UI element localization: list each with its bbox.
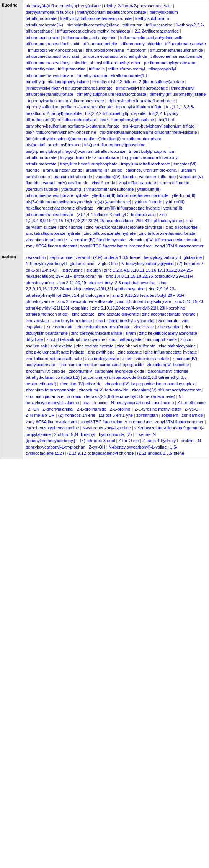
compound-item[interactable]: zinc borate [158, 318, 178, 323]
compound-item[interactable]: N-benzyloxycarbonyl-L-isoleucine [111, 400, 174, 405]
compound-item[interactable]: carbobenzoxyphenylalamine [26, 426, 79, 430]
compound-link[interactable]: trifluoromethanesulfonic acid [26, 54, 79, 59]
compound-link[interactable]: triethyloxonium hexafluorophosphate [77, 10, 146, 15]
compound-item[interactable]: zirconium(IV) isopropoxide isopropanol c… [105, 382, 194, 386]
compound-link[interactable]: zephiramine [49, 255, 72, 260]
compound-link[interactable]: N-benzyloxycarbonyl-L-glutamic acid [26, 261, 95, 266]
compound-link[interactable]: vanadium trifluoride [139, 174, 176, 179]
compound-item[interactable]: zinc citrate [134, 324, 154, 329]
compound-item[interactable]: uranium(III) fluoride [86, 168, 122, 172]
compound-item[interactable]: zinc phthalocyanine [159, 344, 196, 348]
compound-link[interactable]: zirconium(IV) carbonate hydroxide oxide [69, 369, 144, 373]
compound-item[interactable]: zinc tetrafluoroborate hydrate [26, 231, 80, 236]
compound-item[interactable]: trifluoromethanesulfonic anhydride [83, 54, 147, 59]
compound-item[interactable]: yttrium fluoride [134, 200, 162, 204]
compound-item[interactable]: zinc 3,5-di-tert-butylsalicylate [117, 299, 171, 304]
compound-link[interactable]: ytterbium(III) trifluoromethanesulfonimi… [92, 193, 168, 198]
compound-link[interactable]: trifluoroacetonitrile [83, 41, 117, 46]
compound-link[interactable]: (Z)-oct-5-en-1-yne [99, 413, 133, 418]
compound-link[interactable]: zinc beryllium silicate [52, 318, 92, 323]
compound-item[interactable]: trifluoroacetic acid anhydride [63, 35, 117, 40]
compound-item[interactable]: zirconium(IV) carbonate hydroxide oxide [69, 369, 144, 373]
compound-item[interactable]: Z-his-OH [42, 268, 59, 272]
compound-link[interactable]: trimethylsulphonium tetrafluoroborate [77, 92, 146, 97]
compound-link[interactable]: tris(2,2,2-trifluoroethyl)phosphite [85, 111, 145, 116]
compound-link[interactable]: N-benzyloxycarbonylglycine [121, 261, 173, 266]
compound-link[interactable]: zinc acetate [72, 312, 95, 316]
compound-item[interactable]: zinc diethyldithiocarbamate [71, 331, 122, 336]
compound-item[interactable]: zirconium(IV) fluoride hydrate [70, 237, 126, 242]
compound-item[interactable]: benzyloxycarbonyl-L-glutamine [144, 255, 202, 260]
compound-link[interactable]: zonisamide [181, 413, 203, 418]
compound-item[interactable]: Z-trans-4-hydroxy-L-prolinol [142, 438, 194, 443]
compound-item[interactable]: tris(dimethylaminosulfonium) difluorotri… [100, 130, 197, 134]
compound-item[interactable]: vanadium(V) oxyfluoride [43, 180, 88, 185]
compound-link[interactable]: N-benzyloxycarbonyl-L-isoleucine [111, 400, 174, 405]
compound-link[interactable]: fluoroform [127, 48, 147, 52]
compound-item[interactable]: zinc pyrithione [88, 350, 114, 354]
compound-item[interactable]: zinc beryllium silicate [52, 318, 92, 323]
compound-link[interactable]: zirconium(IV) trifluoroacetylacetonate [129, 237, 199, 242]
compound-link[interactable]: Z-L-prolinol [110, 407, 131, 411]
compound-link[interactable]: zirconium acetate [136, 356, 169, 361]
compound-item[interactable]: zirconium(IV) trifluoroacetylacetonate [129, 237, 199, 242]
compound-item[interactable]: [tris(dimethylphosphine)(norbornadiene)]… [26, 136, 161, 141]
compound-link[interactable]: tropylium hexafluorophosphate [60, 162, 118, 166]
compound-link[interactable]: zinc undecylenate [85, 356, 119, 361]
compound-item[interactable]: Z-L-prolinol [110, 407, 131, 411]
compound-link[interactable]: (Z,E)-undeca-1,3,5-triene [93, 255, 140, 260]
compound-item[interactable]: zinc hexafluoroacetylacetonate dihydrate [86, 225, 162, 229]
compound-item[interactable]: zinc stearate [118, 350, 142, 354]
compound-item[interactable]: trifluorodiphenylphosphorane [28, 48, 82, 52]
compound-item[interactable]: zinc fluoride [60, 225, 83, 229]
compound-item[interactable]: (Z)-4,4,4-trifluoro-3-methyl-2-butenoic … [77, 212, 156, 217]
compound-link[interactable]: Z-phenylalaninal [42, 407, 73, 411]
compound-link[interactable]: tris(triphenylphosphinegold)oxonium tetr… [26, 149, 125, 154]
compound-link[interactable]: vinyl fluoride [92, 180, 115, 185]
compound-link[interactable]: trifluoromethanesulfonimide [150, 54, 202, 59]
compound-item[interactable]: zinc trifluoromethanesulfonate [26, 356, 82, 361]
compound-link[interactable]: zinc tetrafluoroborate hydrate [26, 231, 80, 236]
compound-item[interactable]: zileuton [86, 268, 101, 272]
compound-link[interactable]: zeaxanthin [26, 255, 46, 260]
compound-link[interactable]: trifluoroborate acetate [165, 41, 206, 46]
compound-item[interactable]: zirconium tetrafluoride [26, 237, 67, 242]
compound-link[interactable]: tris(dimethylaminosulfonium) difluorotri… [100, 130, 197, 134]
compound-item[interactable]: zonyl®TM fluoromonomer [155, 244, 204, 248]
compound-item[interactable]: perfluoromethylcyclohexane [144, 61, 196, 65]
compound-item[interactable]: tris(triphenylphosphinegold)oxonium tetr… [26, 149, 125, 154]
compound-item[interactable]: (Z)-oct-5-en-1-yne [99, 413, 133, 418]
compound-item[interactable]: tris(4-fluorophenyl)phosphine [100, 117, 154, 122]
compound-link[interactable]: vanadium(IV) fluoride [95, 174, 136, 179]
compound-item[interactable]: triflumuron [122, 23, 142, 27]
compound-link[interactable]: N-(benzyloxycarbonyl)-L-valine [109, 445, 167, 449]
compound-item[interactable]: vanadium(IV) fluoride [95, 174, 136, 179]
compound-link[interactable]: N-carbobenzoxy-L-proline [82, 426, 131, 430]
compound-link[interactable]: zinc borate [158, 318, 178, 323]
compound-item[interactable]: zirconium(IV) butoxide [147, 362, 189, 367]
compound-link[interactable]: zonyl®TBC fluorotelomer intermediate [80, 419, 152, 424]
compound-link[interactable]: Z-his-OH [42, 268, 59, 272]
compound-link[interactable]: Z-lys-OH [185, 407, 201, 411]
compound-item[interactable]: zirconium ammonium carbonate isopropoxid… [59, 362, 144, 367]
compound-item[interactable]: trifluoroiodomethane [86, 48, 124, 52]
compound-link[interactable]: tris(4-fluorophenyl)phosphine [100, 117, 154, 122]
compound-item[interactable]: trifluoromethanesulfonimide [150, 54, 202, 59]
compound-link[interactable]: ZPCK [28, 407, 39, 411]
compound-item[interactable]: zirconium(IV) trifluoroacetylacetonate [132, 388, 201, 392]
compound-item[interactable]: calcines, uranium ore-conc. [126, 168, 177, 172]
compound-link[interactable]: trifluoroacetaldehyde methyl hemiacetal [57, 29, 131, 33]
compound-link[interactable]: zirconium ammonium carbonate isopropoxid… [59, 362, 144, 367]
compound-link[interactable]: zonyl®FSA fluorosurfactant [26, 244, 77, 248]
compound-item[interactable]: zinc naphthenate [145, 337, 177, 342]
compound-link[interactable]: 2,2,2-trifluoroacetamide [135, 29, 179, 33]
compound-link[interactable]: zinc methacrylate [109, 337, 142, 342]
compound-item[interactable]: trifluoperazine [146, 23, 172, 27]
compound-item[interactable]: zirconium tetrakis(2,2,6,6-tetramethyl-3… [67, 394, 175, 399]
compound-item[interactable]: (Z)-nonacos-14-ene [58, 413, 95, 418]
compound-item[interactable]: trifluorothymine [26, 67, 54, 71]
compound-item[interactable]: triphenylcarbenium hexafluorophosphate [28, 98, 104, 103]
compound-item[interactable]: phenyl trifluoromethyl ether [90, 61, 140, 65]
compound-link[interactable]: yttrium fluoride [134, 200, 162, 204]
compound-link[interactable]: zinc fluoride [60, 225, 83, 229]
